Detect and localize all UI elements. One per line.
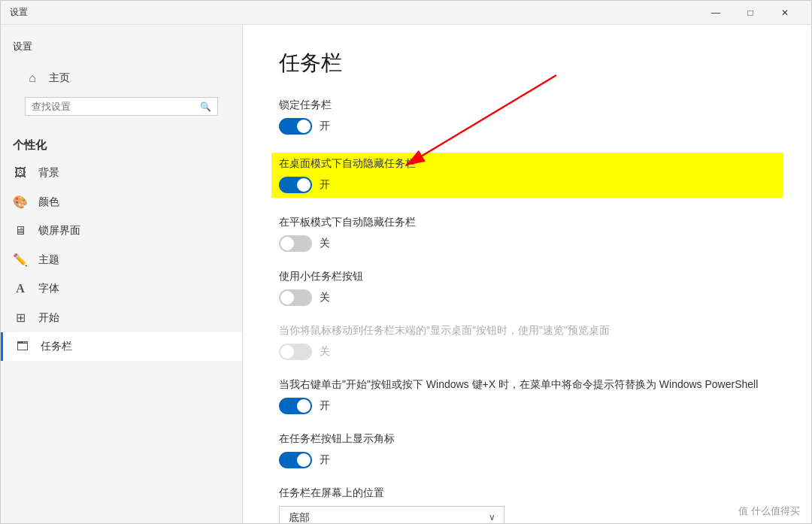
lock-taskbar-toggle-row: 开 [279, 118, 775, 135]
auto-hide-tablet-toggle-text: 关 [320, 237, 330, 250]
page-title: 任务栏 [279, 49, 775, 77]
peek-desktop-toggle [279, 344, 312, 360]
lockscreen-label: 锁屏界面 [38, 224, 80, 238]
sidebar-section-title: 个性化 [1, 129, 242, 159]
taskbar-position-label: 任务栏在屏幕上的位置 [279, 486, 775, 500]
sidebar-item-start[interactable]: ⊞ 开始 [1, 303, 242, 332]
taskbar-icon: 🗔 [15, 340, 30, 353]
sidebar-home-button[interactable]: ⌂ 主页 [13, 65, 230, 91]
background-label: 背景 [38, 166, 59, 180]
lock-taskbar-label: 锁定任务栏 [279, 98, 775, 112]
lockscreen-icon: 🖥 [13, 224, 28, 238]
sidebar-item-lockscreen[interactable]: 🖥 锁屏界面 [1, 217, 242, 245]
peek-desktop-toggle-text: 关 [320, 345, 330, 359]
peek-desktop-label: 当你将鼠标移动到任务栏末端的"显示桌面"按钮时，使用"速览"预览桌面 [279, 324, 775, 338]
sidebar-item-font[interactable]: A 字体 [1, 274, 242, 303]
auto-hide-desktop-toggle-row: 开 [279, 177, 775, 193]
home-label: 主页 [49, 71, 70, 85]
color-label: 颜色 [38, 195, 59, 209]
setting-taskbar-position: 任务栏在屏幕上的位置 底部 顶部 左侧 右侧 ∨ [279, 486, 775, 523]
font-label: 字体 [38, 282, 59, 295]
setting-auto-hide-tablet: 在平板模式下自动隐藏任务栏 关 [279, 216, 775, 252]
auto-hide-tablet-label: 在平板模式下自动隐藏任务栏 [279, 216, 775, 229]
show-badges-label: 在任务栏按钮上显示角标 [279, 432, 775, 446]
sidebar-app-title: 设置 [13, 40, 230, 53]
titlebar: 设置 — □ ✕ [1, 1, 811, 25]
right-click-start-toggle-row: 开 [279, 398, 775, 414]
main-content: 任务栏 锁定任务栏 开 在桌面模式下自动隐藏任务栏 开 [243, 25, 811, 523]
font-icon: A [13, 282, 28, 295]
search-box[interactable]: 🔍 [25, 97, 218, 116]
peek-desktop-toggle-row: 关 [279, 344, 775, 360]
watermark: 值 什么值得买 [738, 504, 800, 518]
theme-icon: ✏️ [13, 253, 28, 267]
show-badges-toggle-row: 开 [279, 452, 775, 468]
home-icon: ⌂ [25, 71, 40, 85]
sidebar: 设置 ⌂ 主页 🔍 个性化 🖼 背景 🎨 颜色 🖥 [1, 25, 243, 523]
start-icon: ⊞ [13, 310, 28, 325]
setting-lock-taskbar: 锁定任务栏 开 [279, 98, 775, 135]
sidebar-item-taskbar[interactable]: 🗔 任务栏 [1, 332, 242, 361]
window: 设置 — □ ✕ 设置 ⌂ 主页 🔍 个性化 🖼 [0, 0, 812, 524]
small-buttons-toggle-row: 关 [279, 289, 775, 306]
setting-show-badges: 在任务栏按钮上显示角标 开 [279, 432, 775, 468]
window-title: 设置 [10, 6, 28, 19]
right-click-start-label: 当我右键单击"开始"按钮或按下 Windows 键+X 时，在菜单中将命令提示符… [279, 378, 775, 392]
setting-peek-desktop: 当你将鼠标移动到任务栏末端的"显示桌面"按钮时，使用"速览"预览桌面 关 [279, 324, 775, 360]
setting-auto-hide-desktop: 在桌面模式下自动隐藏任务栏 开 [279, 153, 775, 198]
small-buttons-toggle-text: 关 [320, 291, 330, 304]
taskbar-label: 任务栏 [41, 340, 72, 353]
start-label: 开始 [38, 311, 59, 325]
sidebar-item-theme[interactable]: ✏️ 主题 [1, 245, 242, 274]
sidebar-item-color[interactable]: 🎨 颜色 [1, 187, 242, 217]
auto-hide-desktop-highlight: 在桌面模式下自动隐藏任务栏 开 [271, 153, 783, 198]
background-icon: 🖼 [13, 166, 28, 180]
close-button[interactable]: ✕ [768, 1, 802, 25]
lock-taskbar-toggle-text: 开 [320, 120, 330, 133]
auto-hide-desktop-toggle-text: 开 [320, 178, 330, 192]
taskbar-position-dropdown-wrapper: 底部 顶部 左侧 右侧 ∨ [279, 506, 504, 523]
right-click-start-toggle[interactable] [279, 398, 312, 414]
setting-right-click-start: 当我右键单击"开始"按钮或按下 Windows 键+X 时，在菜单中将命令提示符… [279, 378, 775, 414]
content-area: 设置 ⌂ 主页 🔍 个性化 🖼 背景 🎨 颜色 🖥 [1, 25, 811, 523]
right-click-start-toggle-text: 开 [320, 399, 330, 413]
small-buttons-toggle[interactable] [279, 289, 312, 306]
theme-label: 主题 [38, 253, 59, 267]
search-input[interactable] [32, 101, 200, 112]
search-icon: 🔍 [200, 101, 211, 112]
auto-hide-desktop-toggle[interactable] [279, 177, 312, 193]
maximize-button[interactable]: □ [733, 1, 768, 25]
show-badges-toggle[interactable] [279, 452, 312, 468]
sidebar-header: 设置 ⌂ 主页 🔍 [1, 25, 242, 129]
auto-hide-tablet-toggle-row: 关 [279, 235, 775, 252]
auto-hide-tablet-toggle[interactable] [279, 235, 312, 252]
lock-taskbar-toggle[interactable] [279, 118, 312, 135]
setting-small-buttons: 使用小任务栏按钮 关 [279, 270, 775, 306]
auto-hide-desktop-label: 在桌面模式下自动隐藏任务栏 [279, 157, 775, 171]
sidebar-item-background[interactable]: 🖼 背景 [1, 159, 242, 187]
small-buttons-label: 使用小任务栏按钮 [279, 270, 775, 283]
show-badges-toggle-text: 开 [320, 453, 330, 467]
minimize-button[interactable]: — [698, 1, 733, 25]
taskbar-position-dropdown[interactable]: 底部 顶部 左侧 右侧 [279, 506, 504, 523]
window-controls: — □ ✕ [698, 1, 802, 25]
color-icon: 🎨 [13, 195, 28, 209]
